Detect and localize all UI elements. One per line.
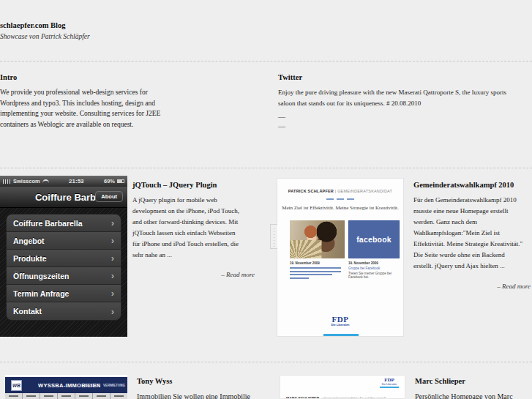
chevron-right-icon: › [111, 307, 114, 316]
read-more-link[interactable]: – Read more [413, 283, 531, 290]
tweet-dash: — [278, 122, 285, 131]
post-body-wahlkampf: Für den Gemeinderatswahlkampf 2010 musst… [413, 195, 532, 272]
intro-text: We provide you professional web-design s… [0, 87, 252, 130]
chevron-right-icon: › [111, 253, 114, 263]
site-subtitle: Showcase von Patrick Schläpfer [0, 33, 90, 40]
iphone-navbar: Coiffure Barb… About [0, 187, 127, 208]
campaign-slogan: Mein Ziel ist Effektivität. Meine Strate… [277, 205, 403, 211]
tony-wyss-post-thumbnail[interactable]: WB WYSSBA-IMMOBILIEN VERKAUF VERMIETUNG [5, 375, 127, 399]
iphone-menu-item: Angebot › [7, 232, 121, 250]
campaign-site-nav [277, 198, 403, 200]
iphone-menu-list: Coiffure Barbarella › Angebot › Produkte… [6, 214, 121, 321]
campaign-post-text-lines [290, 267, 341, 280]
carrier-label: Swisscom [13, 178, 40, 184]
facebook-box: facebook [348, 220, 400, 258]
campaign-post-date: 19. November 2009 [348, 261, 378, 265]
side-tab-widget [270, 224, 277, 249]
post-title-jqtouch[interactable]: jQTouch – JQuery Plugin [132, 181, 217, 189]
marc-site-title-line: MARC SCHLIEPER | Gemeinderatskandidat | … [286, 389, 386, 399]
iphone-menu-item: Termin Anfrage › [7, 285, 121, 302]
wifi-icon [42, 179, 49, 183]
wyssba-header-bar: WB WYSSBA-IMMOBILIEN VERKAUF VERMIETUNG [5, 377, 127, 393]
facebook-group-text: Treten Sie meiner Gruppe bei Facebook be… [348, 272, 400, 279]
post-title-tony-wyss[interactable]: Tony Wyss [137, 377, 172, 385]
about-button: About [95, 191, 123, 202]
iphone-menu-item: Öffnungszeiten › [7, 267, 121, 285]
wahlkampf-post-thumbnail[interactable]: PATRICK SCHLÄPFER | GEMEINDERATSKANDIDAT… [277, 178, 404, 337]
battery-percent-label: 69% [104, 178, 115, 184]
site-title[interactable]: schlaepfer.com Blog [0, 21, 65, 29]
divider [0, 362, 532, 362]
intro-heading: Intro [0, 73, 17, 81]
marc-schlieper-post-thumbnail[interactable]: FDP Die Liberalen MARC SCHLIEPER | Gemei… [280, 375, 405, 399]
wyssba-top-nav: VERKAUF VERMIETUNG [83, 384, 125, 387]
post-body-tony-wyss: Immobilien Sie wollen eine Immobilie [137, 391, 261, 399]
iphone-menu-item: Kontakt › [7, 302, 121, 320]
read-more-link[interactable]: – Read more [132, 271, 255, 278]
twitter-heading: Twitter [278, 73, 302, 81]
facebook-group-link: Gruppe bei Facebook [348, 266, 380, 270]
iphone-status-bar: Swisscom 21:53 69% [0, 176, 127, 187]
wyssba-menu-bar [5, 393, 127, 399]
jqtouch-post-thumbnail[interactable]: Swisscom 21:53 69% Coiffure Barb… About … [0, 176, 127, 337]
tweet-placeholder-dashes: — — [278, 112, 285, 131]
signal-strength-icon [3, 179, 11, 184]
facebook-logo: facebook [356, 235, 391, 244]
tweet-text: Enjoy the pure driving pleasure with the… [278, 87, 532, 109]
campaign-photo-thumbnail [290, 220, 345, 258]
chevron-right-icon: › [111, 236, 114, 245]
post-title-wahlkampf[interactable]: Gemeinderatswahlkampf 2010 [413, 181, 514, 189]
chevron-right-icon: › [111, 288, 114, 298]
post-body-marc-schlieper: Persönliche Homepage von Marc [415, 391, 532, 399]
campaign-post-date: 19. November 2009 [290, 261, 320, 265]
fdp-logo-underline [380, 387, 399, 388]
divider [0, 168, 532, 168]
campaign-site-header: PATRICK SCHLÄPFER | GEMEINDERATSKANDIDAT [277, 189, 403, 193]
post-title-marc-schlieper[interactable]: Marc Schlieper [415, 377, 465, 385]
clock-label: 21:53 [51, 178, 102, 184]
chevron-right-icon: › [111, 271, 114, 280]
chevron-right-icon: › [111, 218, 114, 228]
fdp-logo-small: FDP Die Liberalen [380, 377, 399, 388]
iphone-menu-item: Produkte › [7, 250, 121, 267]
blog-page: schlaepfer.com Blog Showcase von Patrick… [0, 0, 532, 399]
wyssba-logo: WB [11, 380, 22, 391]
battery-icon [117, 179, 124, 183]
fdp-logo-underline [323, 334, 359, 336]
post-body-jqtouch: A jQuery plugin for mobile web developme… [132, 195, 257, 261]
tweet-dash: — [278, 112, 285, 122]
divider [0, 61, 532, 61]
iphone-menu-item: Coiffure Barbarella › [7, 215, 121, 232]
fdp-logo: FDP Die Liberalen [277, 315, 403, 327]
